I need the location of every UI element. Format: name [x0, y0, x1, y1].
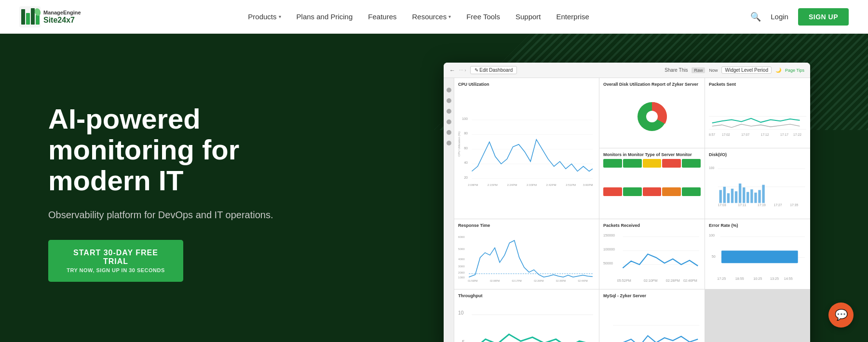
logo-icon: ManageEngine Site24x7 [19, 6, 87, 27]
svg-rect-45 [743, 187, 745, 203]
pie-chart-svg [633, 97, 671, 136]
svg-text:2:33PM: 2:33PM [527, 183, 537, 186]
chat-button[interactable]: 💬 [828, 303, 854, 328]
svg-text:14:55: 14:55 [784, 276, 793, 281]
svg-rect-43 [735, 192, 737, 203]
monitor-cell [603, 187, 622, 196]
svg-text:17:19: 17:19 [758, 204, 766, 207]
back-icon[interactable]: ← [449, 67, 455, 74]
monitor-cell [603, 159, 622, 168]
dashboard-header: ← ⋯ › ✎ Edit Dashboard Share This Raw No… [444, 63, 810, 78]
monitor-cell [643, 187, 662, 196]
nav-products[interactable]: Products ▾ [248, 13, 281, 21]
chevron-down-icon: ▾ [448, 14, 451, 19]
cpu-chart-svg: 100 80 60 40 20 CPU Utilization (%) [458, 89, 595, 215]
page-tips-label[interactable]: Page Tips [785, 68, 804, 73]
period-select[interactable]: Widget Level Period [721, 66, 772, 74]
packets-received-svg: 150000 100000 50000 05:52PM 02:10PM 02:2… [603, 230, 701, 285]
svg-rect-48 [754, 193, 757, 203]
svg-text:80: 80 [464, 132, 468, 135]
svg-rect-1 [21, 9, 25, 25]
pie-container [603, 89, 701, 144]
svg-text:17:03: 17:03 [718, 204, 726, 207]
nav-links: Products ▾ Plans and Pricing Features Re… [248, 13, 589, 21]
svg-text:2:15PM: 2:15PM [488, 183, 498, 186]
svg-text:02:35PM: 02:35PM [556, 279, 566, 282]
svg-text:100: 100 [462, 117, 468, 121]
svg-text:01:59PM: 01:59PM [468, 279, 477, 282]
sidebar-dot [447, 109, 451, 114]
hero-subtitle: Observability platform for DevOps and IT… [48, 210, 347, 221]
svg-text:02:26PM: 02:26PM [534, 279, 543, 282]
edit-icon: ✎ [475, 67, 478, 73]
svg-text:CPU Utilization (%): CPU Utilization (%) [458, 132, 461, 157]
throughput-chart: Throughput 10 5 02:13PM 02:27PM 02:43PM [454, 289, 599, 342]
monitor-cell [662, 159, 681, 168]
nav-support[interactable]: Support [515, 13, 541, 21]
monitor-cell [643, 159, 662, 168]
hero-left: AI-powered monitoring for modern IT Obse… [0, 34, 386, 342]
svg-text:10:25: 10:25 [753, 276, 762, 281]
share-label: Share This [665, 67, 688, 73]
nav-plans-pricing[interactable]: Plans and Pricing [297, 13, 353, 21]
dashboard-sidebar [444, 78, 454, 342]
cta-sub-label: TRY NOW, SIGN UP IN 30 SECONDS [64, 267, 168, 273]
signup-button[interactable]: SIGN UP [798, 8, 849, 26]
svg-text:17:22: 17:22 [793, 133, 801, 136]
error-rate-chart: Error Rate (%) 100 50 17:25 18:55 10: [705, 219, 810, 289]
logo[interactable]: ManageEngine Site24x7 [19, 6, 87, 27]
nav-resources[interactable]: Resources ▾ [412, 13, 451, 21]
svg-text:100000: 100000 [603, 247, 615, 251]
svg-rect-46 [746, 192, 749, 203]
sidebar-dot [447, 141, 451, 145]
svg-text:2:51PM: 2:51PM [566, 183, 576, 186]
cpu-chart: CPU Utilization 100 80 60 40 20 CPU Util… [454, 78, 599, 219]
monitor-cell [623, 187, 642, 196]
dashboard-body: CPU Utilization 100 80 60 40 20 CPU Util… [444, 78, 810, 342]
nav-free-tools[interactable]: Free Tools [466, 13, 500, 21]
svg-rect-4 [36, 15, 40, 25]
sidebar-dot [447, 88, 451, 92]
svg-text:5: 5 [462, 340, 465, 342]
svg-text:05:52PM: 05:52PM [617, 278, 631, 283]
hero-section: AI-powered monitoring for modern IT Obse… [0, 34, 868, 342]
svg-text:8:57: 8:57 [709, 133, 715, 136]
svg-text:6000: 6000 [458, 235, 465, 238]
login-link[interactable]: Login [771, 13, 788, 21]
svg-rect-41 [727, 194, 730, 203]
svg-text:2000: 2000 [458, 271, 465, 274]
svg-text:60: 60 [464, 146, 468, 150]
error-rate-svg: 100 50 17:25 18:55 10:25 13:25 14:55 [709, 230, 806, 285]
sidebar-dot [447, 119, 451, 124]
svg-text:3000: 3000 [458, 264, 465, 268]
breadcrumb-separator: ⋯ › [459, 68, 466, 73]
monitor-cell [682, 187, 701, 196]
hero-right: ← ⋯ › ✎ Edit Dashboard Share This Raw No… [386, 34, 868, 342]
svg-text:100: 100 [709, 233, 715, 237]
sidebar-dot [447, 98, 451, 103]
now-label: Now [709, 68, 718, 73]
svg-text:17:02: 17:02 [722, 133, 730, 136]
nav-right: 🔍 Login SIGN UP [750, 8, 849, 26]
search-icon[interactable]: 🔍 [750, 12, 761, 22]
svg-text:2:42PM: 2:42PM [546, 183, 556, 186]
svg-text:5000: 5000 [458, 247, 465, 250]
svg-text:150000: 150000 [603, 233, 615, 237]
monitor-cell [623, 159, 642, 168]
svg-text:40: 40 [464, 161, 468, 165]
nav-features[interactable]: Features [368, 13, 396, 21]
svg-text:02:46PM: 02:46PM [683, 278, 697, 283]
nav-enterprise[interactable]: Enterprise [556, 13, 589, 21]
disk-utilization-chart: Overall Disk Utilization Report of Zyker… [599, 78, 705, 148]
svg-text:20: 20 [464, 176, 468, 180]
response-time-chart: Response Time 6000 5000 4000 3000 2000 1… [454, 219, 599, 289]
response-time-svg: 6000 5000 4000 3000 2000 1000 01:59P [458, 230, 595, 285]
chevron-down-icon: ▾ [279, 14, 281, 19]
moon-icon: 🌙 [775, 67, 781, 73]
svg-rect-47 [750, 190, 753, 203]
svg-rect-40 [723, 187, 726, 203]
svg-text:50: 50 [712, 254, 716, 259]
trial-cta-button[interactable]: START 30-DAY FREE TRIAL TRY NOW, SIGN UP… [48, 240, 183, 282]
svg-text:50000: 50000 [603, 261, 613, 265]
edit-dashboard-button[interactable]: ✎ Edit Dashboard [470, 66, 517, 74]
